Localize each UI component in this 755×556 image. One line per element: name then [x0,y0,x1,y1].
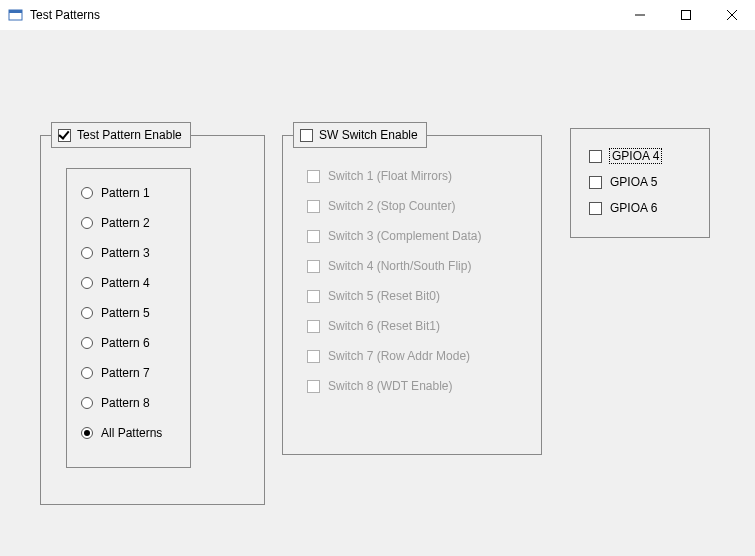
pattern-option[interactable]: Pattern 4 [81,273,190,293]
checkbox-icon [307,170,320,183]
pattern-option-label: Pattern 3 [101,246,150,260]
checkbox-icon [589,176,602,189]
sw-switch-enable-label: SW Switch Enable [319,128,418,142]
sw-switch-label: Switch 3 (Complement Data) [328,229,481,243]
pattern-option-label: Pattern 6 [101,336,150,350]
pattern-option[interactable]: Pattern 3 [81,243,190,263]
close-button[interactable] [709,0,755,30]
checkbox-icon [300,129,313,142]
radio-icon [81,217,93,229]
test-pattern-group: Test Pattern Enable Pattern 1Pattern 2Pa… [40,135,265,505]
sw-switch-label: Switch 1 (Float Mirrors) [328,169,452,183]
app-icon [8,7,24,23]
sw-switch-item: Switch 6 (Reset Bit1) [307,316,541,336]
pattern-option[interactable]: All Patterns [81,423,190,443]
pattern-radio-group: Pattern 1Pattern 2Pattern 3Pattern 4Patt… [66,168,191,468]
checkbox-icon [589,202,602,215]
gpio-label: GPIOA 5 [610,175,657,189]
pattern-option-label: Pattern 2 [101,216,150,230]
checkbox-icon [307,260,320,273]
checkbox-icon [307,290,320,303]
gpio-checkbox[interactable]: GPIOA 5 [589,173,709,191]
sw-switch-item: Switch 7 (Row Addr Mode) [307,346,541,366]
pattern-option-label: Pattern 8 [101,396,150,410]
radio-icon [81,277,93,289]
sw-switch-label: Switch 7 (Row Addr Mode) [328,349,470,363]
pattern-option[interactable]: Pattern 7 [81,363,190,383]
sw-switch-item: Switch 8 (WDT Enable) [307,376,541,396]
pattern-option[interactable]: Pattern 6 [81,333,190,353]
minimize-button[interactable] [617,0,663,30]
radio-icon [81,187,93,199]
sw-switch-label: Switch 4 (North/South Flip) [328,259,471,273]
svg-rect-1 [9,10,22,13]
radio-icon [81,427,93,439]
radio-icon [81,247,93,259]
window-title: Test Patterns [30,8,100,22]
gpio-label: GPIOA 6 [610,201,657,215]
test-pattern-enable-label: Test Pattern Enable [77,128,182,142]
gpio-group: GPIOA 4GPIOA 5GPIOA 6 [570,128,710,238]
titlebar: Test Patterns [0,0,755,30]
radio-icon [81,337,93,349]
sw-switch-label: Switch 2 (Stop Counter) [328,199,455,213]
client-area: Test Pattern Enable Pattern 1Pattern 2Pa… [0,30,755,556]
radio-icon [81,367,93,379]
checkbox-icon [307,320,320,333]
pattern-option-label: Pattern 5 [101,306,150,320]
pattern-option-label: Pattern 1 [101,186,150,200]
sw-switch-item: Switch 1 (Float Mirrors) [307,166,541,186]
sw-switch-group: SW Switch Enable Switch 1 (Float Mirrors… [282,135,542,455]
sw-switch-item: Switch 2 (Stop Counter) [307,196,541,216]
sw-switch-enable-checkbox[interactable]: SW Switch Enable [293,122,427,148]
checkbox-icon [307,230,320,243]
pattern-option-label: Pattern 4 [101,276,150,290]
sw-switch-label: Switch 8 (WDT Enable) [328,379,452,393]
gpio-checkbox[interactable]: GPIOA 6 [589,199,709,217]
svg-rect-3 [682,11,691,20]
gpio-label: GPIOA 4 [610,149,661,163]
test-pattern-enable-checkbox[interactable]: Test Pattern Enable [51,122,191,148]
pattern-option[interactable]: Pattern 5 [81,303,190,323]
checkbox-icon [589,150,602,163]
sw-switch-label: Switch 6 (Reset Bit1) [328,319,440,333]
checkbox-icon [58,129,71,142]
pattern-option[interactable]: Pattern 8 [81,393,190,413]
radio-icon [81,397,93,409]
sw-switch-item: Switch 5 (Reset Bit0) [307,286,541,306]
pattern-option-label: All Patterns [101,426,162,440]
checkbox-icon [307,200,320,213]
checkbox-icon [307,350,320,363]
sw-switch-item: Switch 4 (North/South Flip) [307,256,541,276]
checkbox-icon [307,380,320,393]
gpio-checkbox[interactable]: GPIOA 4 [589,147,709,165]
radio-icon [81,307,93,319]
maximize-button[interactable] [663,0,709,30]
pattern-option[interactable]: Pattern 1 [81,183,190,203]
pattern-option[interactable]: Pattern 2 [81,213,190,233]
pattern-option-label: Pattern 7 [101,366,150,380]
sw-switch-label: Switch 5 (Reset Bit0) [328,289,440,303]
sw-switch-item: Switch 3 (Complement Data) [307,226,541,246]
